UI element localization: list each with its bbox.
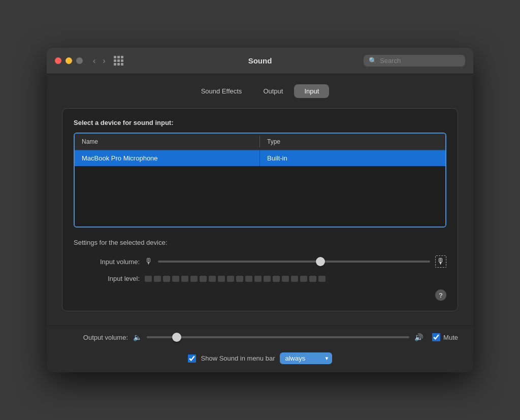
help-button[interactable]: ? bbox=[435, 289, 446, 301]
col-type-header: Type bbox=[260, 136, 445, 147]
mute-label: Mute bbox=[443, 334, 458, 341]
input-volume-slider[interactable] bbox=[158, 261, 430, 263]
tab-sound-effects[interactable]: Sound Effects bbox=[191, 84, 252, 98]
tab-input[interactable]: Input bbox=[294, 84, 329, 98]
level-bar-16 bbox=[282, 276, 289, 282]
nav-buttons: ‹ › bbox=[91, 55, 108, 67]
input-volume-label: Input volume: bbox=[74, 258, 140, 266]
level-bar-12 bbox=[245, 276, 252, 282]
help-area: ? bbox=[74, 289, 446, 301]
device-type: Built-in bbox=[260, 150, 445, 166]
content-area: Sound Effects Output Input Select a devi… bbox=[47, 74, 473, 326]
volume-high-icon: 🔊 bbox=[414, 333, 423, 341]
level-bar-8 bbox=[209, 276, 216, 282]
table-header: Name Type bbox=[75, 134, 445, 150]
output-volume-slider[interactable] bbox=[147, 336, 409, 338]
show-sound-label: Show Sound in menu bar bbox=[201, 354, 275, 362]
always-dropdown[interactable]: always when active never bbox=[280, 352, 332, 364]
window-title: Sound bbox=[248, 56, 272, 65]
maximize-button[interactable] bbox=[76, 57, 83, 64]
titlebar: ‹ › Sound 🔍 bbox=[47, 48, 473, 74]
level-bar-4 bbox=[172, 276, 179, 282]
input-level-row: Input level: bbox=[74, 275, 446, 282]
input-level-bars bbox=[145, 276, 446, 282]
level-bar-1 bbox=[145, 276, 152, 282]
level-bar-9 bbox=[218, 276, 225, 282]
table-row[interactable]: MacBook Pro Microphone Built-in bbox=[75, 150, 445, 166]
level-bar-19 bbox=[309, 276, 316, 282]
search-icon: 🔍 bbox=[369, 57, 377, 64]
level-bar-14 bbox=[264, 276, 271, 282]
settings-section-label: Settings for the selected device: bbox=[74, 239, 446, 246]
device-table: Name Type MacBook Pro Microphone Built-i… bbox=[74, 133, 446, 228]
output-volume-label: Output volume: bbox=[62, 334, 128, 341]
level-bar-2 bbox=[154, 276, 161, 282]
search-input[interactable] bbox=[380, 57, 460, 64]
level-bar-15 bbox=[273, 276, 280, 282]
table-body: MacBook Pro Microphone Built-in bbox=[75, 150, 445, 227]
level-bar-5 bbox=[181, 276, 188, 282]
minimize-button[interactable] bbox=[66, 57, 72, 64]
level-bar-7 bbox=[200, 276, 207, 282]
level-bar-11 bbox=[236, 276, 243, 282]
back-button[interactable]: ‹ bbox=[91, 55, 98, 67]
level-bar-17 bbox=[291, 276, 298, 282]
forward-button[interactable]: › bbox=[101, 55, 107, 67]
always-dropdown-wrap: always when active never ▼ bbox=[280, 352, 332, 364]
mute-checkbox[interactable] bbox=[432, 333, 440, 341]
volume-low-icon: 🔈 bbox=[133, 333, 142, 341]
search-bar[interactable]: 🔍 bbox=[364, 55, 465, 67]
mic-low-icon: 🎙 bbox=[145, 257, 153, 266]
mic-high-icon: 🎙 bbox=[435, 255, 446, 268]
device-name: MacBook Pro Microphone bbox=[75, 150, 260, 166]
col-name-header: Name bbox=[75, 136, 260, 147]
level-bar-6 bbox=[190, 276, 198, 282]
level-bar-20 bbox=[318, 276, 326, 282]
device-section-label: Select a device for sound input: bbox=[74, 119, 446, 126]
tab-output[interactable]: Output bbox=[253, 84, 293, 98]
main-window: ‹ › Sound 🔍 Sound Effects Output Input S… bbox=[47, 48, 473, 372]
input-level-label: Input level: bbox=[74, 275, 140, 282]
show-sound-bar: Show Sound in menu bar always when activ… bbox=[47, 350, 473, 372]
traffic-lights bbox=[55, 57, 83, 64]
settings-panel: Select a device for sound input: Name Ty… bbox=[62, 108, 458, 311]
output-volume-bar: Output volume: 🔈 🔊 Mute bbox=[47, 326, 473, 350]
level-bar-10 bbox=[227, 276, 234, 282]
level-bar-3 bbox=[163, 276, 170, 282]
grid-icon[interactable] bbox=[114, 56, 123, 66]
tabs-container: Sound Effects Output Input bbox=[62, 84, 458, 98]
level-bar-18 bbox=[300, 276, 307, 282]
show-sound-checkbox[interactable] bbox=[188, 354, 196, 363]
input-volume-row: Input volume: 🎙 🎙 bbox=[74, 255, 446, 268]
level-bar-13 bbox=[254, 276, 262, 282]
mute-area: Mute bbox=[432, 333, 458, 341]
close-button[interactable] bbox=[55, 57, 61, 64]
